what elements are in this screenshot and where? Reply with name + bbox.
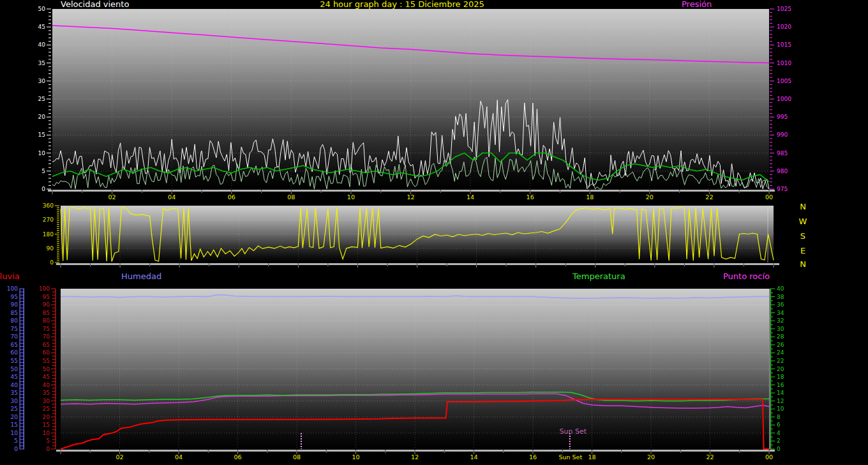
tick-label: 6 [777, 422, 781, 428]
tick-label: 85 [43, 310, 50, 316]
tick-label: 60 [43, 349, 50, 356]
tick-label: 28 [777, 333, 784, 340]
tick-label: 4 [777, 430, 781, 436]
hour-label: 18 [588, 454, 595, 461]
tick-label: 20 [43, 414, 50, 420]
tick-label: 70 [11, 333, 19, 340]
tick-label: 360 [43, 202, 54, 209]
hour-label: 12 [407, 194, 414, 201]
tick-label: 100 [7, 286, 18, 292]
tick-label: 0 [41, 186, 45, 192]
tick-label: 80 [43, 317, 50, 324]
bottom-x-axis: 020406081012141618202200 [56, 450, 775, 461]
hour-label: 16 [529, 454, 537, 461]
tick-label: 0 [14, 446, 18, 452]
tick-label: 35 [11, 390, 18, 396]
hour-label: 16 [527, 194, 534, 201]
hour-label: 04 [175, 454, 183, 461]
hour-label: 14 [467, 194, 474, 201]
tick-label: 85 [11, 310, 18, 316]
compass-letter-w: W [798, 217, 808, 226]
direction-left-axis: 090180270360 [43, 202, 59, 266]
tick-label: 22 [777, 358, 784, 364]
tick-label: 90 [11, 301, 19, 308]
tick-label: 30 [43, 398, 50, 404]
hour-label: 22 [706, 454, 714, 461]
tick-label: 995 [777, 114, 788, 120]
tick-label: 26 [777, 342, 784, 348]
compass-letter-s: S [798, 231, 808, 241]
tick-label: 1025 [777, 6, 791, 12]
tick-label: 985 [777, 150, 788, 156]
tick-label: 45 [43, 374, 50, 380]
compass-letter-n1: N [798, 202, 808, 211]
tick-label: 55 [43, 358, 50, 364]
tick-label: 20 [777, 366, 784, 372]
hour-label: 02 [116, 454, 123, 461]
humidity-temp-rain-plot: Sun Set [61, 289, 769, 449]
temperature-right-axis: 0246810121416182022242628303234363840 [769, 286, 784, 452]
tick-label: 1000 [777, 96, 791, 102]
tick-label: 80 [11, 317, 19, 324]
tick-label: 40 [43, 382, 50, 388]
hour-label: 00 [765, 194, 773, 201]
tick-label: 10 [43, 430, 50, 436]
hour-label: 14 [470, 454, 477, 461]
tick-label: 5 [46, 438, 50, 444]
tick-label: 60 [11, 349, 19, 356]
tick-label: 90 [47, 245, 54, 252]
tick-label: 20 [38, 114, 46, 120]
hour-label: 20 [647, 454, 655, 461]
wind-pressure-plot [52, 9, 769, 189]
tick-label: 70 [43, 333, 50, 340]
tick-label: 65 [43, 342, 50, 348]
hour-label: 08 [293, 454, 301, 461]
tick-label: 0 [50, 259, 54, 266]
rain-left-axis: 0510152025303540455055606570758085909510… [39, 286, 56, 452]
tick-label: 14 [777, 390, 784, 396]
wind-left-axis: 05101520253035404550 [38, 6, 51, 192]
pressure-right-axis: 975980985990995100010051010101510201025 [770, 6, 791, 192]
tick-label: 75 [11, 326, 18, 332]
tick-label: 75 [43, 326, 50, 332]
hour-label: 10 [347, 194, 355, 201]
temperature-label: Temperatura [572, 271, 625, 281]
hour-label: 18 [586, 194, 594, 201]
hour-label: 20 [646, 194, 654, 201]
tick-label: 95 [11, 294, 18, 300]
hour-label: 04 [168, 194, 176, 201]
tick-label: 100 [39, 286, 50, 292]
hour-label: 08 [287, 194, 295, 201]
tick-label: 30 [777, 326, 784, 332]
humidity-temp-rain-plot-bg [61, 289, 769, 449]
rain-label: lluvia [0, 271, 20, 281]
tick-label: 25 [43, 406, 50, 412]
tick-label: 1015 [777, 42, 791, 48]
wind-speed-title: Velocidad viento [61, 0, 129, 9]
tick-label: 8 [777, 414, 781, 420]
compass-letter-n2: N [798, 259, 808, 269]
tick-label: 40 [777, 286, 784, 292]
hour-label: 02 [108, 194, 116, 201]
tick-label: 1010 [777, 60, 791, 66]
tick-label: 25 [38, 96, 45, 102]
tick-label: 35 [43, 390, 50, 396]
tick-label: 0 [46, 446, 50, 452]
tick-label: 10 [777, 406, 784, 412]
tick-label: 1020 [777, 24, 791, 30]
tick-label: 16 [777, 382, 784, 388]
tick-label: 38 [777, 294, 784, 300]
tick-label: 36 [777, 301, 784, 308]
sunset-plot-label: Sun Set [560, 427, 587, 436]
tick-label: 15 [38, 132, 45, 138]
tick-label: 10 [11, 430, 19, 436]
tick-label: 990 [777, 132, 788, 138]
tick-label: 30 [38, 78, 46, 84]
sunset-axis-label: Sun Set [558, 454, 582, 461]
hour-label: 06 [228, 194, 236, 201]
tick-label: 180 [43, 231, 54, 238]
tick-label: 15 [11, 422, 18, 428]
tick-label: 34 [777, 310, 784, 316]
humidity-label: Humedad [121, 271, 161, 281]
tick-label: 12 [777, 398, 784, 404]
